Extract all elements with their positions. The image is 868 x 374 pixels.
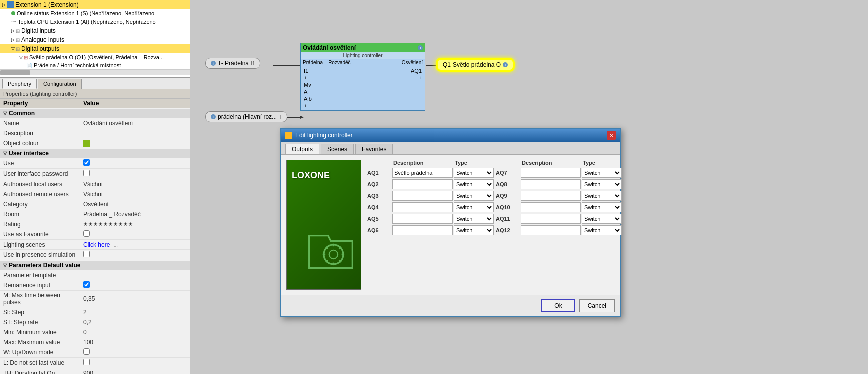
tree-scrollbar-h[interactable] <box>0 69 190 75</box>
aq12-type-select[interactable]: SwitchDimmerColor <box>582 225 622 235</box>
prop-min: Min: Minimum value 0 <box>0 327 190 337</box>
dialog-title-text: Edit lighting controller <box>295 132 353 139</box>
dialog-tab-outputs[interactable]: Outputs <box>285 144 319 154</box>
dialog-title-icon <box>285 132 292 139</box>
loxone-logo-area: LOXONE <box>292 170 356 181</box>
aq5-type-select[interactable]: SwitchDimmerColor <box>454 214 494 224</box>
aq6-desc-input[interactable] <box>392 225 453 235</box>
prop-colour-value <box>80 138 190 148</box>
prop-description-label: Description <box>0 129 80 138</box>
prop-object-colour: Object colour <box>0 138 190 148</box>
lc-output-aq1: AQ1 <box>363 67 424 74</box>
dialog-titlebar: Edit lighting controller ✕ <box>281 129 620 142</box>
dialog-close-button[interactable]: ✕ <box>607 131 616 140</box>
use-checkbox[interactable] <box>83 159 90 166</box>
aq7-desc-input[interactable] <box>521 168 581 178</box>
aq3-label: AQ3 <box>366 192 391 199</box>
tree-item-temp[interactable]: 〜 Teplota CPU Extension 1 (AI) (Nepřiřaz… <box>0 17 190 26</box>
prop-st: ST: Step rate 0,2 <box>0 317 190 327</box>
tree-item-doutputs[interactable]: ▽ ⊞ Digital outputs <box>0 44 190 53</box>
aq7-type-select[interactable]: SwitchDimmerColor <box>582 168 622 178</box>
aq11-label: AQ11 <box>495 215 520 222</box>
aq8-type-select[interactable]: SwitchDimmerColor <box>582 179 622 189</box>
prop-category-label: Category <box>0 200 80 209</box>
aq1-type-select[interactable]: SwitchDimmerColor <box>454 168 494 178</box>
aq6-type-select[interactable]: SwitchDimmerColor <box>454 225 494 235</box>
diagram-area: i T- Prádelna I1 Ovládání osvětlení i Li… <box>190 0 868 130</box>
cancel-button[interactable]: Cancel <box>579 299 615 312</box>
tree-label-doutputs: Digital outputs <box>21 45 59 52</box>
dialog-tab-scenes[interactable]: Scenes <box>321 144 354 154</box>
lc-subtitle: Lighting controller <box>301 52 425 59</box>
aq4-desc-input[interactable] <box>392 202 453 212</box>
prop-fav-label: Use as Favourite <box>0 230 80 239</box>
prop-remanence: Remanence input <box>0 280 190 291</box>
tree-label-online: Online status Extension 1 (S) (Nepřiřaze… <box>17 10 154 16</box>
dialog-row-aq2: AQ2 SwitchDimmerColor AQ8 SwitchDimmerCo… <box>366 179 624 189</box>
aq11-type-select[interactable]: SwitchDimmerColor <box>582 214 622 224</box>
col-header-type1: Type <box>455 160 495 166</box>
node-info-icon: i <box>211 61 216 66</box>
lc-input-a: A <box>302 88 363 95</box>
prop-description: Description <box>0 128 190 138</box>
properties-panel: Properties (Lighting controller) Propert… <box>0 89 190 374</box>
fav-checkbox[interactable] <box>83 230 90 237</box>
tree-item-pradelna[interactable]: 📄 Prádelna / Horní technická místnost <box>0 61 190 69</box>
aq10-type-select[interactable]: SwitchDimmerColor <box>582 202 622 212</box>
prop-name-value: Ovládání osvětlení <box>80 119 190 128</box>
dot-green-icon <box>11 11 15 15</box>
dialog-tab-favorites[interactable]: Favorites <box>355 144 393 154</box>
node-aq1-port: Q1 <box>443 61 451 68</box>
tree-label-temp: Teplota CPU Extension 1 (AI) (Nepřiřazen… <box>18 19 156 25</box>
aq10-desc-input[interactable] <box>521 202 581 212</box>
prop-updown-value <box>80 347 190 357</box>
node-t-port: I1 <box>251 61 255 66</box>
aq12-desc-input[interactable] <box>521 225 581 235</box>
updown-checkbox[interactable] <box>83 348 90 355</box>
aq1-desc-input[interactable] <box>392 168 453 178</box>
prop-st-value: 0,2 <box>80 318 190 327</box>
group-params-label: Parameters Default value <box>9 262 80 269</box>
aq5-desc-input[interactable] <box>392 214 453 224</box>
tree-item-ainputs[interactable]: ▷ ⊞ Analogue inputs <box>0 35 190 44</box>
click-here-link[interactable]: Click here <box>83 241 110 248</box>
aq3-type-select[interactable]: SwitchDimmerColor <box>454 191 494 201</box>
edit-lighting-dialog: Edit lighting controller ✕ Outputs Scene… <box>280 128 621 317</box>
lc-input-alb: Alb <box>302 95 363 102</box>
prop-lighting-scenes: Lighting scenes Click here ... <box>0 240 190 250</box>
group-params: ▽ Parameters Default value <box>0 260 190 270</box>
lc-output-plus: + <box>363 74 424 81</box>
prop-uipwd-value <box>80 169 190 179</box>
tree-item-ext1[interactable]: ▷ Extension 1 (Extension) <box>0 0 190 9</box>
aq9-type-select[interactable]: SwitchDimmerColor <box>582 191 622 201</box>
remanence-checkbox[interactable] <box>83 281 90 288</box>
presence-checkbox[interactable] <box>83 251 90 257</box>
prop-scenes-value[interactable]: Click here ... <box>80 240 190 249</box>
prop-room-label: Room <box>0 210 80 219</box>
lc-input-mv: Mv <box>302 81 363 88</box>
aq3-desc-input[interactable] <box>392 191 453 201</box>
tab-configuration[interactable]: Configuration <box>38 79 81 89</box>
prop-name: Name Ovládání osvětlení <box>0 118 190 128</box>
tab-periphery[interactable]: Periphery <box>2 79 37 89</box>
nolast-checkbox[interactable] <box>83 359 90 365</box>
col-header-empty1 <box>367 160 392 166</box>
tree-item-svetlo[interactable]: ▽ ⊞ Světlo prádelna O (Q1) (Osvětlení, P… <box>0 53 190 61</box>
aq9-desc-input[interactable] <box>521 191 581 201</box>
aq11-desc-input[interactable] <box>521 214 581 224</box>
node-pradelna-info-icon: i <box>211 114 216 119</box>
aq4-type-select[interactable]: SwitchDimmerColor <box>454 202 494 212</box>
tree-item-dinputs[interactable]: ▷ ⊞ Digital inputs <box>0 26 190 35</box>
prop-authlocal-value: Všichni <box>80 180 190 189</box>
prop-paramtpl-label: Parameter template <box>0 271 80 280</box>
uipwd-checkbox[interactable] <box>83 170 90 176</box>
prop-colour-label: Object colour <box>0 139 80 148</box>
ok-button[interactable]: Ok <box>541 299 575 312</box>
main-area: i T- Prádelna I1 Ovládání osvětlení i Li… <box>190 0 868 374</box>
node-aq1: Q1 Světlo prádelna O i <box>436 58 515 72</box>
aq8-desc-input[interactable] <box>521 179 581 189</box>
tree-item-online[interactable]: Online status Extension 1 (S) (Nepřiřaze… <box>0 9 190 17</box>
aq2-type-select[interactable]: SwitchDimmerColor <box>454 179 494 189</box>
aq2-desc-input[interactable] <box>392 179 453 189</box>
prop-fav-value <box>80 229 190 239</box>
